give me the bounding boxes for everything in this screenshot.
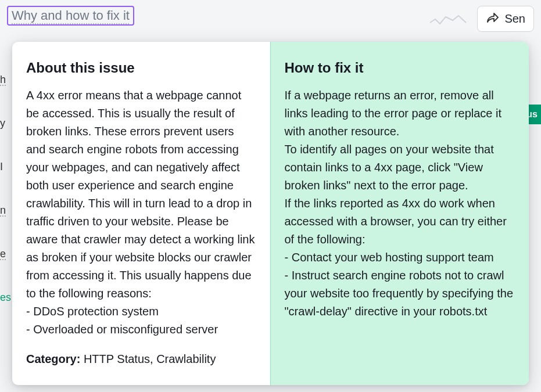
category-value: HTTP Status, Crawlability bbox=[84, 353, 216, 365]
send-button-label: Sen bbox=[504, 12, 525, 26]
background-left-fragments: h y I n e es bbox=[0, 58, 11, 319]
top-bar-right: Sen bbox=[429, 6, 534, 32]
share-arrow-icon bbox=[486, 12, 499, 26]
bg-frag: n bbox=[0, 204, 6, 217]
why-and-how-link[interactable]: Why and how to fix it bbox=[7, 6, 134, 26]
fix-heading: How to fix it bbox=[285, 57, 515, 78]
about-heading: About this issue bbox=[26, 57, 256, 78]
bg-frag: e bbox=[0, 248, 6, 260]
about-panel: About this issue A 4xx error means that … bbox=[12, 42, 271, 385]
app-root: h y I n e es us Why and how to fix it Se… bbox=[0, 0, 541, 392]
top-bar: Why and how to fix it Sen bbox=[0, 0, 541, 41]
fix-body: If a webpage returns an error, remove al… bbox=[285, 87, 515, 321]
bg-frag: y bbox=[0, 117, 5, 130]
category-label: Category: bbox=[26, 353, 80, 365]
category-row: Category: HTTP Status, Crawlability bbox=[26, 350, 256, 368]
fix-panel: How to fix it If a webpage returns an er… bbox=[271, 42, 529, 385]
about-body: A 4xx error means that a webpage cannot … bbox=[26, 87, 256, 339]
trend-sparkline-icon bbox=[429, 12, 467, 26]
bg-frag: es bbox=[0, 292, 11, 304]
issue-help-popover: About this issue A 4xx error means that … bbox=[12, 42, 529, 385]
send-button[interactable]: Sen bbox=[477, 6, 534, 32]
bg-frag: h bbox=[0, 74, 6, 86]
bg-frag: I bbox=[0, 161, 3, 173]
